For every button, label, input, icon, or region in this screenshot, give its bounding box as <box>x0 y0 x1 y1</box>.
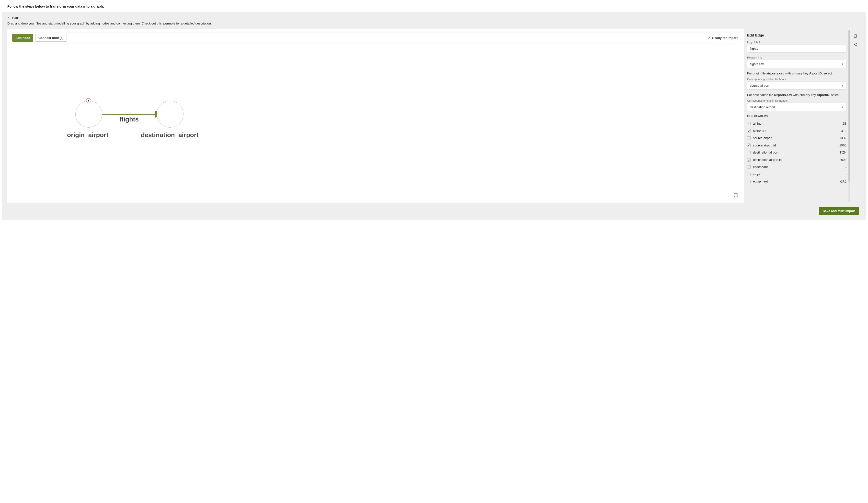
check-icon: ✓ <box>708 36 711 40</box>
header-name: source airport <box>753 136 772 140</box>
origin-header-select[interactable]: source airport ▼ <box>747 82 846 90</box>
dest-header-select[interactable]: destination airport ▼ <box>747 103 846 111</box>
header-sample-value: 2B <box>843 122 846 125</box>
header-checkbox[interactable] <box>747 173 751 176</box>
node-destination[interactable] <box>157 101 184 128</box>
header-checkbox[interactable] <box>747 129 751 132</box>
instructions-text: Drag and drop your files and start model… <box>7 22 861 25</box>
canvas-toolbar: Add node Connect node(s) ✓ Ready for imp… <box>11 32 740 43</box>
connect-nodes-button[interactable]: Connect node(s) <box>35 34 67 42</box>
header-checkbox[interactable] <box>747 151 751 154</box>
header-name: equipment <box>753 179 768 184</box>
header-checkbox[interactable] <box>747 165 751 169</box>
header-sample-value: 2965 <box>839 143 846 147</box>
chevron-down-icon: ▼ <box>841 84 844 87</box>
fit-view-icon[interactable] <box>733 193 738 198</box>
relation-file-select[interactable]: flights.csv ▼ <box>747 60 846 68</box>
file-header-row: source airportAER <box>747 134 846 142</box>
arrow-left-icon: ← <box>7 16 11 20</box>
file-header-row: destination airport id2990 <box>747 156 846 163</box>
node-origin[interactable] <box>75 101 102 128</box>
header-name: airline ID <box>753 129 765 133</box>
header-checkbox[interactable] <box>747 180 751 183</box>
edge-label-input[interactable] <box>747 44 846 53</box>
file-headers-heading: FILE HEADERS <box>747 114 846 118</box>
file-header-row: equipmentCR2 <box>747 178 846 185</box>
add-node-button[interactable]: Add node <box>12 34 33 42</box>
back-label: Back <box>12 16 19 20</box>
dest-corr-label: Corresponding relation file header <box>747 99 846 102</box>
header-name: destination airport id <box>753 158 782 162</box>
graph-canvas[interactable]: flights origin_airport destination_airpo… <box>11 43 740 200</box>
file-header-row: airline2B <box>747 120 846 127</box>
relation-file-label: Relation File <box>747 56 846 59</box>
header-checkbox[interactable] <box>747 158 751 162</box>
svg-point-3 <box>734 196 735 197</box>
edit-edge-panel: Edit Edge Edge label Relation File fligh… <box>744 29 850 203</box>
header-sample-value: CR2 <box>840 180 846 183</box>
header-sample-value: - <box>846 165 846 169</box>
example-link[interactable]: example <box>163 22 175 25</box>
edge-line[interactable] <box>102 114 157 114</box>
header-name: airline <box>753 121 762 126</box>
header-name: codeshare <box>753 165 768 169</box>
origin-helper: For origin file airports.csv with primar… <box>747 71 846 75</box>
origin-corr-label: Corresponding relation file header <box>747 78 846 81</box>
header-checkbox[interactable] <box>747 137 751 140</box>
delete-node-button[interactable] <box>86 98 91 103</box>
header-checkbox[interactable] <box>747 143 751 147</box>
page-title: Follow the steps below to transform your… <box>0 0 868 12</box>
header-sample-value: 2990 <box>839 158 846 162</box>
share-icon[interactable] <box>853 42 857 47</box>
header-sample-value: 0 <box>845 172 846 176</box>
file-headers-list: airline2Bairline ID410source airportAERs… <box>747 120 846 185</box>
header-name: source airport id <box>753 143 776 148</box>
save-start-import-button[interactable]: Save and start import <box>819 207 859 215</box>
ready-status: ✓ Ready for import <box>708 36 737 40</box>
header-sample-value: AER <box>840 136 846 140</box>
panel-title: Edit Edge <box>747 33 846 37</box>
header-sample-value: KZN <box>840 151 846 154</box>
file-header-row: codeshare- <box>747 163 846 171</box>
back-link[interactable]: ← Back <box>7 16 861 20</box>
edge-label-field-label: Edge label <box>747 41 846 43</box>
header-name: destination airport <box>753 150 778 155</box>
dest-helper: For destination file airports.csv with p… <box>747 93 846 97</box>
header-name: stops <box>753 172 761 177</box>
file-header-row: airline ID410 <box>747 127 846 135</box>
canvas-panel: Add node Connect node(s) ✓ Ready for imp… <box>7 29 744 203</box>
file-icon[interactable] <box>853 33 857 38</box>
node-origin-label: origin_airport <box>67 131 108 139</box>
scrollbar[interactable] <box>848 30 850 202</box>
trash-icon <box>87 99 90 102</box>
edge-label: flights <box>120 115 139 123</box>
node-destination-label: destination_airport <box>141 131 198 139</box>
svg-point-4 <box>737 196 737 197</box>
file-header-row: destination airportKZN <box>747 149 846 156</box>
file-header-row: source airport id2965 <box>747 142 846 149</box>
chevron-down-icon: ▼ <box>841 63 844 66</box>
header-sample-value: 410 <box>841 129 846 133</box>
header-checkbox[interactable] <box>747 122 751 125</box>
svg-point-2 <box>737 193 737 194</box>
scrollbar-thumb[interactable] <box>848 30 850 182</box>
file-header-row: stops0 <box>747 171 846 178</box>
chevron-down-icon: ▼ <box>841 106 844 109</box>
right-rail <box>850 29 861 203</box>
svg-point-1 <box>734 193 735 194</box>
